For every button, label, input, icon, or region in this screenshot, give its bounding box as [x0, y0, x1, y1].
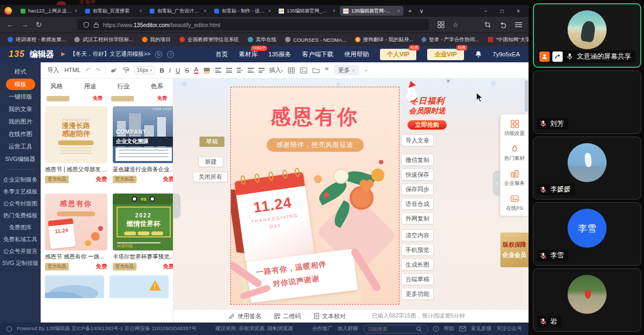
- url-input[interactable]: https://www.135editor.com/beautify_edito…: [78, 19, 429, 30]
- nav-material-library[interactable]: 素材库+151个: [239, 50, 258, 59]
- close-all-button[interactable]: 关闭所有: [193, 172, 228, 182]
- font-size-select[interactable]: 16px▾: [134, 66, 154, 74]
- tab-135editor-wechat[interactable]: 135 135编辑器官网_微信公 ×: [275, 6, 339, 16]
- bookmark-item[interactable]: 我的项目: [142, 36, 171, 43]
- help-circle-icon[interactable]: ?: [167, 51, 174, 58]
- dock-online-ps[interactable]: 在线PS: [506, 194, 523, 212]
- nav-help[interactable]: 使用帮助: [344, 50, 369, 59]
- promo-close-icon[interactable]: ×: [446, 79, 450, 85]
- underline-button[interactable]: U: [176, 67, 180, 74]
- sidebar-item-one-click-layout[interactable]: 一键排版: [0, 91, 41, 103]
- announcement-link[interactable]: 【冬天，你好】文艺通用模板>>: [70, 50, 151, 58]
- format-painter-icon[interactable]: [123, 67, 129, 74]
- partial-card[interactable]: 免费: [110, 94, 169, 102]
- template-card-worldcup[interactable]: VS 2022 燃情世界杯: [113, 194, 173, 275]
- align-center-icon[interactable]: [226, 68, 232, 73]
- new-tab-button[interactable]: +: [408, 8, 411, 14]
- template-card-company-culture[interactable]: YOUR LOGO COMPANY 企业文化溯源 蓝色建造行业商务企业... 官…: [113, 106, 173, 188]
- cloud-draft-button[interactable]: 云端草稿: [401, 273, 434, 285]
- sidebar-link-hot-free-templates[interactable]: 热门免费模板: [0, 209, 41, 221]
- use-signature-button[interactable]: 使用签名: [229, 312, 261, 320]
- help-icon[interactable]: ?: [433, 326, 439, 332]
- screenshot-crop-icon[interactable]: [484, 21, 491, 28]
- sidebar-link-enterprise-custom[interactable]: 企业定制服务: [0, 173, 41, 185]
- bookmark-item[interactable]: 武汉工程科技学院标...: [74, 36, 133, 43]
- reload-icon[interactable]: ↻: [36, 21, 42, 29]
- template-card-partial[interactable]: [45, 275, 104, 298]
- bookmark-item[interactable]: 登录 - 产学合作协同...: [422, 36, 479, 43]
- tab-usage[interactable]: 用途: [84, 82, 96, 91]
- tab-chuangkit-search[interactable]: 创客贴_百度搜索 ×: [82, 6, 145, 16]
- list-icon[interactable]: [259, 68, 265, 73]
- sidebar-item-styles[interactable]: 样式: [0, 66, 41, 78]
- strikethrough-button[interactable]: S: [185, 67, 189, 74]
- more-functions-button[interactable]: 更多功能: [401, 288, 434, 300]
- close-window-button[interactable]: ×: [517, 8, 520, 14]
- back-icon[interactable]: ←: [7, 21, 14, 29]
- tab-close-icon[interactable]: ×: [204, 8, 207, 14]
- tab-hao123[interactable]: hao123_上网从这里开始 ×: [17, 6, 81, 16]
- join-group-link[interactable]: 加入群聊: [338, 325, 358, 332]
- search-input[interactable]: [368, 326, 413, 332]
- participant-tile[interactable]: 岩: [533, 268, 641, 332]
- panel-collapse-handle[interactable]: ‹: [173, 194, 181, 218]
- firefox-icon[interactable]: [4, 7, 12, 15]
- bookmark-item[interactable]: S搜狗翻译 - 我的贴身...: [355, 36, 413, 43]
- quick-save-button[interactable]: 快速保存: [401, 169, 434, 181]
- format-clear-icon[interactable]: [111, 67, 118, 74]
- dock-hot-materials[interactable]: 热门素材: [504, 144, 525, 162]
- more-menu[interactable]: 更多∨: [334, 65, 359, 75]
- save-sync-button[interactable]: 保存同步: [401, 183, 434, 195]
- new-button[interactable]: 新建: [198, 157, 223, 167]
- sidebar-link-cover-images[interactable]: 公众号封面图: [0, 197, 41, 209]
- partial-card[interactable]: 免费: [45, 94, 104, 102]
- italic-button[interactable]: I: [169, 67, 171, 74]
- bell-icon[interactable]: [475, 50, 482, 58]
- dock-collapse-handle[interactable]: ›: [493, 171, 500, 196]
- wechat-copy-button[interactable]: 微信复制: [401, 154, 434, 166]
- function-search[interactable]: [363, 325, 428, 333]
- tab-industry[interactable]: 行业: [117, 82, 130, 91]
- copyright-member-badge[interactable]: 版权保障 企业会员: [500, 233, 529, 267]
- template-card-partial[interactable]: !: [110, 275, 169, 298]
- tab-style[interactable]: 风格: [50, 82, 63, 91]
- bookmark-star-icon[interactable]: ☆: [453, 21, 459, 29]
- import-article-button[interactable]: 导入文章: [401, 134, 434, 146]
- sidebar-item-my-images[interactable]: 我的图片: [0, 115, 41, 128]
- sidebar-item-my-articles[interactable]: 我的文章: [0, 103, 41, 115]
- follow-official-link[interactable]: 关注公众号: [497, 325, 523, 332]
- nav-client-download[interactable]: 客户端下载: [302, 50, 333, 59]
- restore-button[interactable]: □: [500, 8, 504, 14]
- bookmark-item[interactable]: COURSES - NEOMA...: [285, 37, 346, 43]
- bookmark-item[interactable]: 培训课程 - 教师发展...: [8, 36, 66, 43]
- menu-icon[interactable]: [515, 22, 522, 28]
- sidebar-item-online-drawing[interactable]: 在线作图: [0, 128, 41, 140]
- shield-icon[interactable]: [83, 22, 89, 28]
- import-html-button[interactable]: 导入 · HTML: [47, 66, 81, 74]
- participant-tile-sharing[interactable]: 文意涵的屏幕共享: [533, 3, 641, 68]
- help-link[interactable]: 帮助: [444, 325, 454, 332]
- search-icon[interactable]: [416, 326, 422, 332]
- tab-close-icon[interactable]: ×: [139, 8, 142, 14]
- add-toolbar-icon[interactable]: +: [364, 67, 368, 74]
- image-icon[interactable]: [300, 67, 307, 74]
- undo-arrow-icon[interactable]: [499, 21, 507, 28]
- undo-icon[interactable]: ↶: [86, 67, 91, 74]
- lock-icon[interactable]: [93, 22, 99, 28]
- sidebar-link-free-gallery[interactable]: 免费图库: [0, 221, 41, 233]
- dock-function-settings[interactable]: 功能设置: [504, 119, 525, 137]
- speech-synthesis-button[interactable]: 语音合成: [401, 198, 434, 210]
- tab-135editor-active[interactable]: 135 135编辑器官网-微信排 ×: [340, 6, 403, 16]
- nav-135-services[interactable]: 135服务: [268, 50, 291, 59]
- tab-close-icon[interactable]: ×: [75, 8, 78, 14]
- qrcode-button[interactable]: 二维码: [274, 312, 301, 320]
- sidebar-item-templates[interactable]: 模板: [6, 79, 35, 90]
- canvas-scrollbar[interactable]: [525, 80, 528, 112]
- tab-chuangkit-design[interactable]: 创客贴 - 制作 - 设计页 ×: [211, 6, 274, 16]
- poster-document[interactable]: 感恩有你 感谢陪伴，照亮风雨征途 11.24 THANKSGIVING DAY: [230, 87, 400, 305]
- align-left-icon[interactable]: [215, 68, 221, 73]
- redo-icon[interactable]: ↷: [95, 67, 100, 74]
- sidebar-link-private-tools[interactable]: 免费私域工具: [0, 233, 41, 245]
- bold-button[interactable]: B: [159, 67, 164, 74]
- extensions-grid-icon[interactable]: [437, 21, 445, 28]
